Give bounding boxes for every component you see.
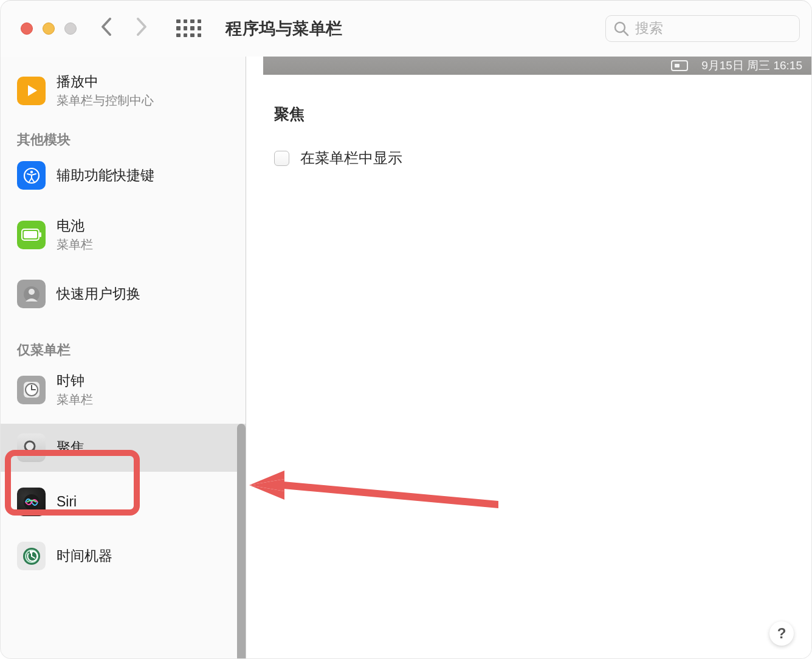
sidebar-item-label: 播放中 — [57, 72, 154, 91]
sidebar-item-sublabel: 菜单栏与控制中心 — [57, 92, 154, 109]
sidebar-item-spotlight[interactable]: 聚焦 — [0, 424, 246, 472]
sidebar: 播放中 菜单栏与控制中心 其他模块 辅助功能快捷键 电池 — [0, 57, 246, 659]
nav-arrows — [101, 18, 147, 39]
search-field[interactable] — [605, 15, 800, 42]
battery-icon — [17, 221, 46, 249]
section-header-other-modules: 其他模块 — [0, 119, 246, 151]
time-machine-icon — [17, 542, 46, 570]
svg-line-1 — [624, 31, 628, 35]
window-zoom-button[interactable] — [64, 22, 77, 35]
show-in-menubar-checkbox[interactable] — [274, 151, 289, 166]
sidebar-item-label: 聚焦 — [57, 438, 84, 457]
window-title: 程序坞与菜单栏 — [225, 18, 343, 40]
spotlight-icon — [17, 433, 46, 462]
help-button[interactable]: ? — [769, 621, 794, 646]
sidebar-item-label: Siri — [57, 494, 77, 510]
window-controls — [21, 22, 77, 35]
sidebar-item-sublabel: 菜单栏 — [57, 236, 93, 253]
input-source-icon — [671, 60, 688, 71]
window-close-button[interactable] — [21, 22, 33, 35]
pane-title: 聚焦 — [274, 104, 788, 124]
svg-point-0 — [615, 22, 625, 32]
clock-icon — [17, 376, 46, 404]
sidebar-item-clock[interactable]: 时钟 菜单栏 — [0, 362, 246, 418]
svg-rect-7 — [40, 232, 41, 237]
sidebar-item-label: 时钟 — [57, 371, 93, 390]
siri-icon — [17, 488, 46, 516]
accessibility-icon — [17, 161, 46, 190]
sidebar-item-label: 时间机器 — [57, 547, 112, 565]
show-all-button[interactable] — [176, 19, 201, 38]
sidebar-item-fast-user-switching[interactable]: 快速用户切换 — [0, 270, 246, 318]
sidebar-item-accessibility[interactable]: 辅助功能快捷键 — [0, 151, 246, 199]
search-input[interactable] — [635, 20, 792, 36]
menubar-preview: 9月15日 周三 16:15 — [263, 57, 812, 75]
sidebar-item-sublabel: 菜单栏 — [57, 392, 93, 408]
window-minimize-button[interactable] — [43, 22, 55, 35]
content-pane: 9月15日 周三 16:15 聚焦 在菜单栏中显示 ? — [246, 57, 812, 659]
svg-rect-6 — [24, 231, 37, 238]
now-playing-icon — [17, 77, 46, 105]
sidebar-item-label: 电池 — [57, 216, 93, 235]
search-icon — [613, 21, 629, 36]
sidebar-item-now-playing[interactable]: 播放中 菜单栏与控制中心 — [0, 63, 246, 119]
forward-button[interactable] — [137, 18, 147, 39]
svg-point-9 — [29, 289, 35, 295]
menubar-preview-datetime: 9月15日 周三 16:15 — [701, 58, 802, 74]
svg-point-4 — [30, 170, 32, 173]
sidebar-item-label: 辅助功能快捷键 — [57, 166, 154, 185]
section-header-menubar-only: 仅菜单栏 — [0, 318, 246, 362]
sidebar-item-siri[interactable]: Siri — [0, 478, 246, 526]
svg-marker-2 — [28, 85, 37, 96]
sidebar-item-battery[interactable]: 电池 菜单栏 — [0, 207, 246, 263]
sidebar-scrollbar[interactable] — [237, 424, 246, 659]
user-icon — [17, 280, 46, 308]
back-button[interactable] — [101, 18, 111, 39]
sidebar-item-time-machine[interactable]: 时间机器 — [0, 532, 246, 580]
svg-line-15 — [33, 450, 38, 455]
sidebar-item-label: 快速用户切换 — [57, 285, 140, 303]
show-in-menubar-label: 在菜单栏中显示 — [300, 148, 402, 168]
toolbar: 程序坞与菜单栏 — [0, 0, 812, 57]
